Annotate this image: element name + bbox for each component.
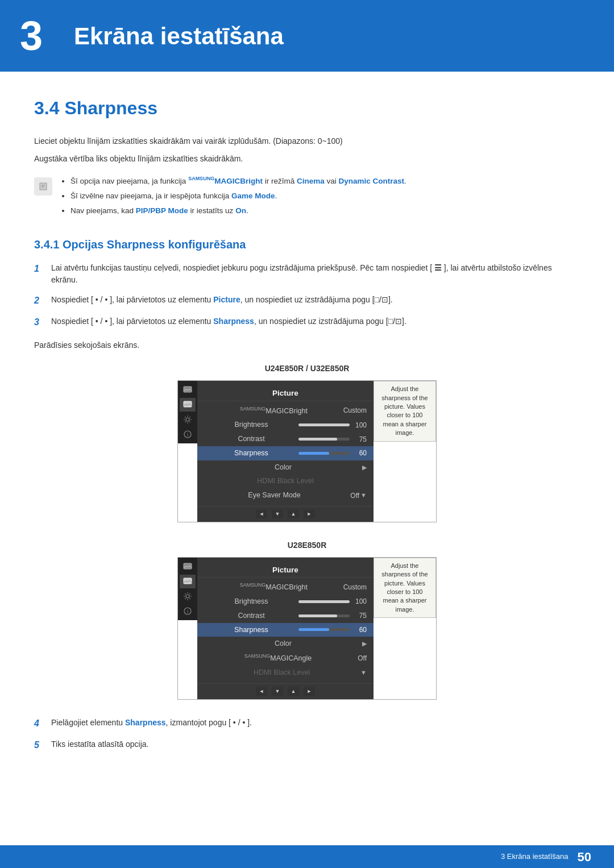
- step-5: Tiks iestatīta atlasītā opcija.: [34, 738, 580, 752]
- osd-tooltip-1: Adjust the sharpness of the picture. Val…: [374, 381, 436, 441]
- osd-tooltip-2: Adjust the sharpness of the picture. Val…: [374, 558, 436, 618]
- note-icon: [34, 175, 55, 209]
- steps-list: Lai atvērtu funkcijas taustiņu ceļvedi, …: [34, 262, 580, 329]
- subsection-title: 3.4.1 Opcijas Sharpness konfigurēšana: [34, 236, 580, 253]
- icon-info-2: i: [180, 604, 196, 618]
- monitor-section-2: U28E850R i Picture: [34, 539, 580, 700]
- osd-menu-1: Picture SAMSUNGMAGICBright Custom Bright…: [197, 381, 374, 522]
- osd-nav-left-2[interactable]: ◄: [256, 687, 267, 696]
- chapter-number: 3: [20, 15, 43, 56]
- monitor-diagram-1: i Picture SAMSUNGMAGICBright Custom Brig…: [177, 380, 437, 522]
- note-item-1: Šī opcija nav pieejama, ja funkcija SAMS…: [70, 175, 406, 187]
- chapter-number-box: 3: [0, 10, 63, 61]
- osd-nav-2: ◄ ▼ ▲ ►: [197, 683, 374, 696]
- sidebar-icons-2: i: [178, 558, 197, 620]
- osd-nav-right-1[interactable]: ►: [304, 509, 315, 518]
- parades-text: Parādīsies sekojošais ekrāns.: [34, 339, 580, 351]
- step-4: Pielāgojiet elementu Sharpness, izmantoj…: [34, 717, 580, 730]
- step-3: Nospiediet [ • / • ], lai pārvietotos uz…: [34, 315, 580, 329]
- svg-rect-1: [184, 401, 192, 407]
- osd-nav-left-1[interactable]: ◄: [256, 509, 267, 518]
- section-title: 3.4 Sharpness: [34, 94, 580, 122]
- note-item-2: Šī izvēlne nav pieejama, ja ir iespējota…: [70, 190, 406, 202]
- osd-row-brightness-1: Brightness 100: [197, 418, 374, 432]
- icon-settings: [180, 413, 196, 426]
- icon-picture-2: [180, 560, 196, 574]
- osd-nav-1: ◄ ▼ ▲ ►: [197, 506, 374, 518]
- osd-row-sharpness-1: Sharpness 60: [197, 446, 374, 460]
- footer-page: 50: [578, 848, 591, 866]
- svg-point-2: [186, 418, 189, 421]
- steps-list-2: Pielāgojiet elementu Sharpness, izmantoj…: [34, 717, 580, 752]
- monitor-diagram-2: i Picture SAMSUNGMAGICBright Custom Brig…: [177, 557, 437, 700]
- svg-text:i: i: [187, 609, 188, 614]
- sidebar-icons-1: i: [178, 381, 197, 443]
- osd-row-magicbright-2: SAMSUNGMAGICBright Custom: [197, 580, 374, 595]
- osd-row-contrast-1: Contrast 75: [197, 432, 374, 446]
- osd-row-magicangle-2: SAMSUNGMAGICAngle Off: [197, 651, 374, 666]
- osd-row-eyesaver-1: Eye Saver Mode Off ▼: [197, 488, 374, 502]
- icon-info: i: [180, 427, 196, 441]
- svg-rect-0: [184, 387, 192, 392]
- monitor-label-1: U24E850R / U32E850R: [34, 363, 580, 375]
- osd-row-magicbright-1: SAMSUNGMAGICBright Custom: [197, 404, 374, 418]
- osd-row-hdmi-2: HDMI Black Level ▼: [197, 666, 374, 680]
- osd-header-1: Picture: [197, 385, 374, 401]
- intro-line2: Augstāka vērtība liks objektu līnijām iz…: [34, 153, 580, 165]
- intro-line1: Lieciet objektu līnijām izskatīties skai…: [34, 135, 580, 147]
- osd-nav-down-1[interactable]: ▼: [272, 509, 283, 518]
- icon-picture-active-2: [180, 575, 196, 588]
- osd-row-contrast-2: Contrast 75: [197, 609, 374, 623]
- note-box: Šī opcija nav pieejama, ja funkcija SAMS…: [34, 175, 580, 220]
- monitor-section-1: U24E850R / U32E850R i Picture: [34, 363, 580, 522]
- osd-row-sharpness-2: Sharpness 60: [197, 623, 374, 637]
- osd-row-color-2: Color ▶: [197, 637, 374, 651]
- page-footer: 3 Ekrāna iestatīšana 50: [0, 845, 614, 868]
- osd-nav-right-2[interactable]: ►: [304, 687, 315, 696]
- page-header: 3 Ekrāna iestatīšana: [0, 0, 614, 72]
- step-1: Lai atvērtu funkcijas taustiņu ceļvedi, …: [34, 262, 580, 286]
- osd-nav-down-2[interactable]: ▼: [272, 687, 283, 696]
- icon-settings-2: [180, 589, 196, 603]
- monitor-label-2: U28E850R: [34, 539, 580, 551]
- chapter-title: Ekrāna iestatīšana: [74, 18, 284, 54]
- svg-rect-5: [184, 563, 192, 569]
- svg-text:i: i: [187, 432, 188, 438]
- osd-row-brightness-2: Brightness 100: [197, 595, 374, 609]
- osd-menu-2: Picture SAMSUNGMAGICBright Custom Bright…: [197, 558, 374, 699]
- osd-row-hdmi-1: HDMI Black Level: [197, 474, 374, 488]
- step-2: Nospiediet [ • / • ], lai pārvietotos uz…: [34, 294, 580, 308]
- icon-picture-active: [180, 398, 196, 412]
- osd-nav-up-2[interactable]: ▲: [288, 687, 299, 696]
- footer-text: 3 Ekrāna iestatīšana: [501, 851, 569, 862]
- main-content: 3.4 Sharpness Lieciet objektu līnijām iz…: [0, 94, 614, 752]
- note-icon-inner: [34, 177, 52, 196]
- osd-nav-up-1[interactable]: ▲: [288, 509, 299, 518]
- note-item-3: Nav pieejams, kad PIP/PBP Mode ir iestat…: [70, 205, 406, 217]
- icon-picture: [180, 383, 196, 397]
- osd-row-color-1: Color ▶: [197, 460, 374, 475]
- svg-point-7: [186, 595, 189, 598]
- note-list: Šī opcija nav pieejama, ja funkcija SAMS…: [61, 175, 406, 220]
- svg-rect-6: [184, 578, 192, 584]
- osd-header-2: Picture: [197, 562, 374, 578]
